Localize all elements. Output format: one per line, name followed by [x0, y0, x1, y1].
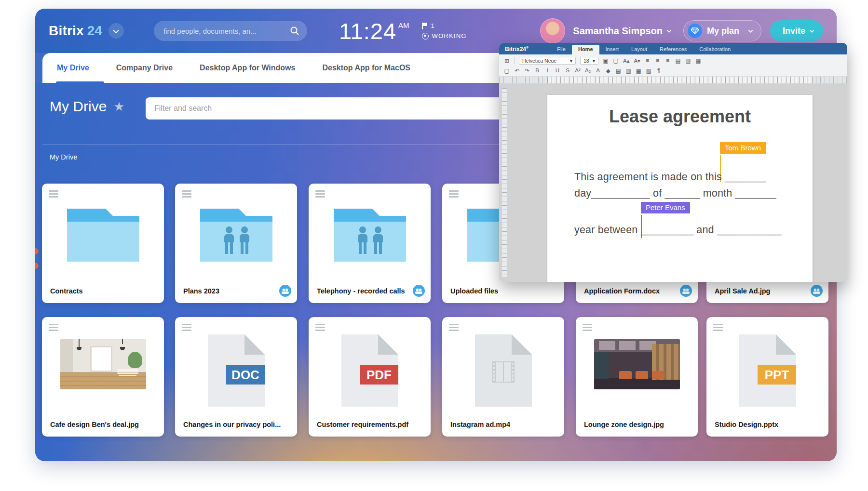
file-card-contracts[interactable]: Contracts — [42, 184, 164, 303]
file-name: Changes in our privacy poli... — [175, 412, 297, 437]
horizontal-ruler — [499, 77, 847, 83]
clock-time: 11:24 — [339, 20, 396, 42]
file-card-privacy-policy[interactable]: DOC Changes in our privacy poli... — [175, 317, 297, 437]
card-menu-icon[interactable] — [713, 324, 723, 332]
tab-company-drive[interactable]: Company Drive — [116, 64, 173, 72]
editor-toolbar: ⊞ Helvetica Neue▾ 18▾ ▣▢A▴A▾≡≡≡▤▥▦ ▢↶↷BI… — [499, 54, 847, 77]
document-editor-window: Bitrix24® File Home Insert Layout Refere… — [499, 43, 847, 282]
notification-dot — [35, 263, 39, 269]
flag-icon — [422, 23, 428, 29]
search-input[interactable] — [163, 27, 290, 35]
search-icon[interactable] — [290, 26, 299, 36]
print-icon[interactable]: ⊞ — [504, 57, 510, 64]
document-line: day__________ of ______ month _______ — [574, 187, 776, 199]
vertical-ruler — [502, 88, 507, 277]
editor-tab-references[interactable]: References — [653, 45, 693, 54]
card-menu-icon[interactable] — [449, 190, 459, 199]
user-name: Samantha Simpson — [573, 26, 663, 37]
film-strip-glyph — [492, 361, 515, 383]
file-card-cafe-design[interactable]: Cafe design Ben's deal.jpg — [42, 317, 164, 437]
card-menu-icon[interactable] — [583, 324, 592, 332]
diamond-icon — [688, 24, 702, 38]
file-name: Uploaded files — [442, 279, 564, 303]
logo-text: Bitrix — [49, 23, 84, 39]
file-name: Cafe design Ben's deal.jpg — [42, 412, 164, 437]
card-menu-icon[interactable] — [49, 324, 58, 332]
file-card-customer-requirements[interactable]: PDF Customer requirements.pdf — [309, 317, 431, 437]
tab-my-drive[interactable]: My Drive — [57, 64, 89, 72]
collab-cursor-peter-evans: Peter Evans — [641, 202, 690, 213]
logo-number: 24 — [87, 23, 102, 39]
toolbar-buttons-row2[interactable]: ▢↶↷BIUSA²A₂A◆▤▥▦▧¶ — [504, 67, 662, 74]
document-line: year between _________ and ___________ — [574, 224, 782, 236]
card-menu-icon[interactable] — [182, 324, 191, 332]
chevron-down-icon — [810, 28, 814, 33]
file-name: Studio Design.pptx — [706, 412, 828, 437]
tab-desktop-app-windows[interactable]: Desktop App for Windows — [200, 64, 295, 72]
font-family-select[interactable]: Helvetica Neue▾ — [519, 57, 576, 65]
shared-badge-icon — [279, 285, 291, 297]
document-line: This agreement is made on this _______ — [574, 171, 766, 183]
tab-desktop-app-macos[interactable]: Desktop App for MacOS — [322, 64, 410, 72]
clock[interactable]: 11:24 AM — [339, 20, 409, 42]
document-page[interactable]: Lease agreement Tom Brown This agreement… — [547, 95, 813, 282]
document-title: Lease agreement — [547, 106, 813, 127]
card-menu-icon[interactable] — [315, 190, 325, 199]
svg-text:PDF: PDF — [366, 368, 392, 382]
chevron-down-icon[interactable] — [108, 23, 124, 39]
card-menu-icon[interactable] — [449, 324, 459, 332]
bitrix24-logo[interactable]: Bitrix 24 — [49, 23, 124, 39]
shared-folder-icon — [334, 205, 406, 262]
file-card-instagram-ad[interactable]: Instagram ad.mp4 — [442, 317, 564, 437]
video-file-icon — [475, 334, 532, 407]
shared-badge-icon — [680, 285, 692, 297]
breadcrumb[interactable]: My Drive — [50, 153, 77, 161]
pdf-file-icon: PDF — [341, 334, 398, 407]
chevron-down-icon — [667, 28, 672, 33]
shared-badge-icon — [811, 285, 823, 297]
editor-tab-insert[interactable]: Insert — [599, 45, 625, 54]
toolbar-buttons-row1[interactable]: ▣▢A▴A▾≡≡≡▤▥▦ — [603, 57, 701, 64]
editor-tab-layout[interactable]: Layout — [625, 45, 653, 54]
my-plan-label: My plan — [707, 26, 739, 36]
file-name: Instagram ad.mp4 — [442, 412, 564, 437]
file-card-plans-2023[interactable]: Plans 2023 — [175, 184, 297, 303]
ppt-file-icon: PPT — [739, 334, 796, 407]
svg-text:DOC: DOC — [231, 368, 259, 382]
work-status[interactable]: 1 WORKING — [422, 22, 467, 40]
star-icon[interactable]: ★ — [113, 100, 124, 113]
card-menu-icon[interactable] — [49, 190, 58, 199]
page-title: My Drive ★ — [50, 98, 125, 115]
font-size-select[interactable]: 18▾ — [580, 57, 598, 65]
card-menu-icon[interactable] — [182, 190, 191, 199]
editor-menu-tabs: File Home Insert Layout References Colla… — [551, 45, 737, 54]
shared-folder-icon — [200, 205, 272, 262]
chevron-down-icon — [748, 28, 753, 33]
editor-tab-collaboration[interactable]: Collaboration — [693, 45, 737, 54]
file-name: Contracts — [42, 279, 164, 303]
record-icon — [422, 33, 429, 40]
invite-button[interactable]: Invite — [770, 20, 823, 41]
screen: Bitrix 24 11:24 AM 1 — [0, 0, 868, 491]
editor-document-area: Lease agreement Tom Brown This agreement… — [499, 83, 847, 282]
notification-dot — [35, 248, 39, 254]
cafe-photo-thumbnail — [60, 339, 146, 389]
working-label: WORKING — [432, 32, 467, 40]
file-card-telephony[interactable]: Telephony - recorded calls — [309, 184, 431, 303]
file-card-studio-design[interactable]: PPT Studio Design.pptx — [706, 317, 828, 437]
editor-logo: Bitrix24® — [505, 46, 529, 53]
search-box[interactable] — [154, 21, 307, 41]
my-plan-button[interactable]: My plan — [683, 20, 761, 41]
clock-meridiem: AM — [398, 21, 409, 29]
editor-tab-file[interactable]: File — [551, 45, 572, 54]
collab-cursor-tom-brown: Tom Brown — [720, 142, 766, 154]
flag-count: 1 — [431, 22, 434, 29]
avatar[interactable] — [540, 18, 565, 43]
editor-tab-home[interactable]: Home — [572, 45, 599, 54]
folder-icon — [67, 205, 139, 262]
user-menu[interactable]: Samantha Simpson — [573, 26, 671, 37]
card-menu-icon[interactable] — [315, 324, 325, 332]
file-name: Customer requirements.pdf — [309, 412, 431, 437]
file-card-lounge-zone[interactable]: Lounge zone design.jpg — [576, 317, 698, 437]
editor-titlebar: Bitrix24® File Home Insert Layout Refere… — [499, 43, 847, 54]
